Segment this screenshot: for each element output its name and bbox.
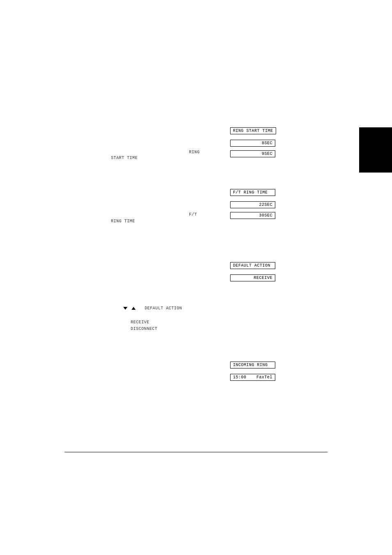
default-action-right-value: RECEIVE	[230, 274, 275, 281]
ft-ring-time-value1-box: 22SEC	[230, 201, 275, 208]
ring-start-time-value1-box: 8SEC	[230, 140, 275, 147]
arrow-up-icon[interactable]	[131, 306, 139, 311]
default-action-right-label: DEFAULT ACTION	[230, 262, 275, 269]
ft-ring-time-label: F/T RING TIME	[230, 189, 275, 196]
ft-mode-label: F/T	[189, 212, 197, 217]
ft-ring-time-value1: 22SEC	[230, 201, 275, 208]
default-action-value-box: RECEIVE	[230, 274, 275, 281]
incoming-ring-time: 15:00	[233, 375, 247, 380]
default-action-left-row: DEFAULT ACTION	[123, 306, 182, 311]
default-action-option2[interactable]: DISCONNECT	[131, 326, 157, 331]
main-container: RING START TIME 8SEC 9SEC START TIME RIN…	[0, 0, 392, 555]
incoming-ring-label-box: INCOMING RING	[230, 362, 275, 368]
incoming-ring-type: FaxTel	[256, 375, 272, 380]
default-action-label-box: DEFAULT ACTION	[230, 262, 275, 269]
default-action-arrow-label: DEFAULT ACTION	[145, 306, 182, 311]
start-time-label: START TIME	[111, 155, 138, 160]
ring-start-time-value2: 9SEC	[230, 150, 275, 157]
incoming-ring-label: INCOMING RING	[230, 362, 275, 368]
ft-ring-time-label-box: F/T RING TIME	[230, 189, 275, 196]
divider-line	[65, 452, 327, 452]
ring-start-time-label: RING START TIME	[230, 127, 276, 134]
arrow-down-icon[interactable]	[123, 306, 129, 311]
incoming-ring-value-row: 15:00 FaxTel	[230, 374, 275, 381]
ft-ring-time-value2-box[interactable]: 30SEC	[230, 212, 275, 219]
ring-start-time-value1: 8SEC	[230, 140, 275, 147]
default-action-option1[interactable]: RECEIVE	[131, 320, 150, 325]
ring-start-time-label-box: RING START TIME	[230, 127, 276, 134]
ft-ring-time-value2: 30SEC	[230, 212, 275, 219]
incoming-ring-value-box[interactable]: 15:00 FaxTel	[230, 374, 275, 381]
ring-start-time-value2-box[interactable]: 9SEC	[230, 150, 275, 157]
black-block	[359, 127, 392, 173]
ring-time-label: RING TIME	[111, 219, 135, 223]
ring-mode-label: RING	[189, 150, 200, 154]
